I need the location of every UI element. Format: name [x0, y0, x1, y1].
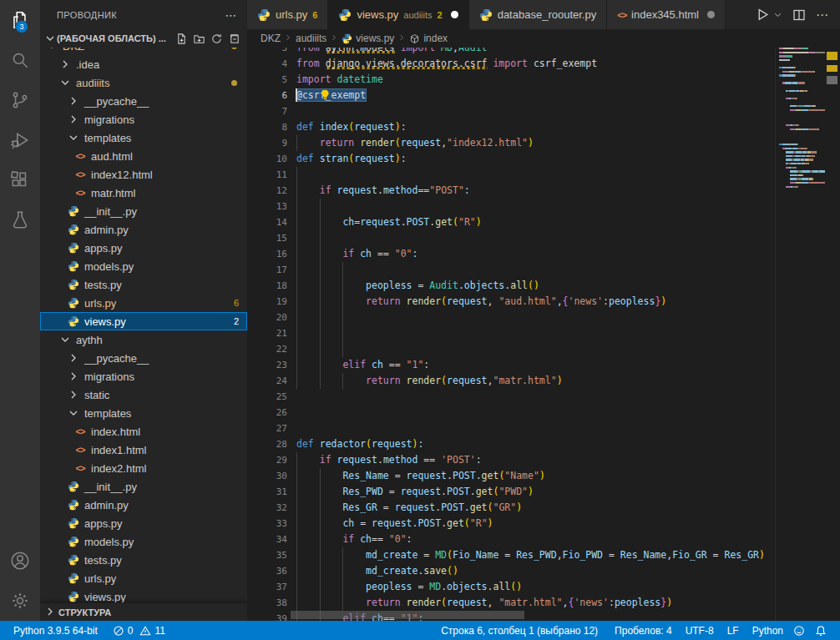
- tree-item-migrations[interactable]: migrations: [40, 110, 247, 129]
- code-line-13[interactable]: 13: [247, 199, 775, 214]
- code-line-19[interactable]: 19 return render(request, "aud.html",{'n…: [247, 294, 775, 310]
- indentation-status[interactable]: Пробелов: 4: [610, 625, 677, 637]
- code-line-29[interactable]: 29 if request.method == 'POST':: [247, 452, 775, 468]
- activity-explorer[interactable]: 3: [0, 0, 40, 40]
- code-line-21[interactable]: 21: [247, 325, 775, 341]
- code-line-27[interactable]: 27: [247, 421, 775, 436]
- code-line-18[interactable]: 18 peopless = Audit.objects.all(): [247, 278, 775, 294]
- workspace-section-header[interactable]: (РАБОЧАЯ ОБЛАСТЬ) ...: [40, 29, 247, 48]
- tree-item-static[interactable]: static: [40, 386, 247, 404]
- code-editor[interactable]: 3from aythh.models import MD,Audit4from …: [247, 48, 775, 621]
- dirty-indicator[interactable]: [451, 11, 458, 18]
- tree-item-models.py[interactable]: models.py: [40, 532, 247, 551]
- cursor-position-status[interactable]: Строка 6, столбец 1 (выбрано 12): [436, 625, 603, 637]
- eol-status[interactable]: LF: [722, 625, 744, 637]
- refresh-icon[interactable]: [210, 33, 223, 45]
- tree-item-audiiits[interactable]: audiiits: [40, 73, 247, 92]
- tree-item-index1.html[interactable]: <>index1.html: [40, 441, 247, 459]
- tree-item-urls.py[interactable]: urls.py6: [40, 294, 247, 312]
- code-line-15[interactable]: 15: [247, 230, 775, 246]
- horizontal-scrollbar[interactable]: [291, 611, 524, 619]
- tree-item-tests.py[interactable]: tests.py: [40, 275, 247, 294]
- code-line-30[interactable]: 30 Res_Name = request.POST.get("Name"): [247, 468, 775, 484]
- tree-item-models.py[interactable]: models.py: [40, 257, 247, 275]
- code-line-11[interactable]: 11: [247, 167, 775, 183]
- tree-item-__init__.py[interactable]: __init__.py: [40, 202, 247, 220]
- tree-item-templates[interactable]: templates: [40, 404, 247, 422]
- code-line-4[interactable]: 4from django.views.decorators.csrf impor…: [247, 56, 775, 72]
- activity-extensions[interactable]: [0, 160, 40, 200]
- code-line-9[interactable]: 9 return render(request,"index12.html"): [247, 135, 775, 151]
- tree-item-__pycache__[interactable]: __pycache__: [40, 349, 247, 367]
- tree-item-tests.py[interactable]: tests.py: [40, 551, 247, 569]
- tree-item-views.py[interactable]: views.py: [40, 587, 247, 602]
- code-line-14[interactable]: 14 ch=request.POST.get("R"): [247, 214, 775, 230]
- activity-account[interactable]: [0, 541, 40, 581]
- code-line-38[interactable]: 38 return render(request, "matr.html",{'…: [247, 595, 775, 611]
- tree-item-__init__.py[interactable]: __init__.py: [40, 477, 247, 496]
- new-file-icon[interactable]: [175, 33, 188, 45]
- tree-item-apps.py[interactable]: apps.py: [40, 239, 247, 257]
- tree-item-DKZ[interactable]: DKZ: [40, 48, 247, 55]
- notifications-bell-button[interactable]: [810, 625, 832, 637]
- code-line-28[interactable]: 28def redactor(request):: [247, 436, 775, 452]
- run-python-file-button[interactable]: [756, 8, 770, 22]
- code-line-10[interactable]: 10def stran(request):: [247, 151, 775, 167]
- split-editor-button[interactable]: [792, 8, 806, 22]
- code-line-25[interactable]: 25: [247, 389, 775, 405]
- code-line-20[interactable]: 20: [247, 310, 775, 325]
- tree-item-urls.py[interactable]: urls.py: [40, 569, 247, 587]
- code-line-8[interactable]: 8def index(request):: [247, 119, 775, 135]
- tree-item-index12.html[interactable]: <>index12.html: [40, 165, 247, 184]
- tree-item-views.py[interactable]: views.py2: [40, 312, 247, 330]
- code-line-24[interactable]: 24 return render(request,"matr.html"): [247, 373, 775, 389]
- code-line-22[interactable]: 22: [247, 341, 775, 357]
- outline-section-header[interactable]: СТРУКТУРА: [40, 602, 247, 621]
- code-line-5[interactable]: 5 import datetime: [247, 72, 775, 88]
- encoding-status[interactable]: UTF-8: [681, 625, 719, 637]
- code-line-26[interactable]: 26: [247, 405, 775, 421]
- tree-item-admin.py[interactable]: admin.py: [40, 496, 247, 514]
- activity-settings[interactable]: [0, 581, 40, 621]
- code-line-16[interactable]: 16 if ch == "0":: [247, 246, 775, 262]
- problems-status[interactable]: 0 11: [108, 621, 170, 640]
- activity-search[interactable]: [0, 40, 40, 80]
- run-dropdown-chevron-icon[interactable]: [773, 10, 782, 19]
- tree-item-index2.html[interactable]: <>index2.html: [40, 459, 247, 477]
- tree-item-templates[interactable]: templates: [40, 129, 247, 147]
- activity-run-debug[interactable]: [0, 120, 40, 160]
- breadcrumb-item-index[interactable]: index: [409, 33, 448, 44]
- code-line-3[interactable]: 3from aythh.models import MD,Audit: [247, 48, 775, 56]
- code-line-34[interactable]: 34 if ch== "0":: [247, 532, 775, 547]
- minimap[interactable]: [775, 48, 825, 621]
- tree-item-aud.html[interactable]: <>aud.html: [40, 147, 247, 165]
- breadcrumb-item-audiiits[interactable]: audiiits: [296, 33, 326, 44]
- breadcrumb-item-DKZ[interactable]: DKZ: [261, 33, 281, 44]
- tab-urls.py[interactable]: urls.py6: [247, 0, 328, 29]
- code-line-23[interactable]: 23 elif ch == "1":: [247, 357, 775, 373]
- code-line-31[interactable]: 31 Res_PWD = request.POST.get("PWD"): [247, 484, 775, 500]
- tree-item-.idea[interactable]: .idea: [40, 55, 247, 73]
- code-line-12[interactable]: 12 if request.method=="POST":: [247, 183, 775, 199]
- tab-database_roouter.py[interactable]: database_roouter.py: [469, 0, 608, 29]
- tree-item-index.html[interactable]: <>index.html: [40, 422, 247, 441]
- code-line-33[interactable]: 33 ch = request.POST.get("R"): [247, 516, 775, 532]
- code-line-37[interactable]: 37 peopless = MD.objects.all(): [247, 579, 775, 595]
- tree-item-admin.py[interactable]: admin.py: [40, 220, 247, 239]
- language-mode-status[interactable]: Python: [747, 625, 788, 637]
- new-folder-icon[interactable]: [193, 33, 205, 45]
- collapse-all-icon[interactable]: [228, 33, 240, 45]
- python-interpreter-status[interactable]: Python 3.9.5 64-bit: [8, 621, 103, 640]
- dirty-indicator[interactable]: [707, 11, 715, 18]
- code-line-7[interactable]: 7: [247, 103, 775, 119]
- tree-item-aythh[interactable]: aythh: [40, 330, 247, 349]
- breadcrumb-item-views.py[interactable]: views.py: [342, 33, 394, 44]
- feedback-button[interactable]: [788, 625, 810, 637]
- code-line-32[interactable]: 32 Res_GR = request.POST.get("GR"): [247, 500, 775, 516]
- tree-item-apps.py[interactable]: apps.py: [40, 514, 247, 532]
- code-line-17[interactable]: 17: [247, 262, 775, 278]
- code-line-35[interactable]: 35 md_create = MD(Fio_Name = Res_PWD,Fio…: [247, 547, 775, 563]
- activity-source-control[interactable]: [0, 80, 40, 120]
- tree-item-__pycache__[interactable]: __pycache__: [40, 92, 247, 110]
- tree-item-migrations[interactable]: migrations: [40, 367, 247, 386]
